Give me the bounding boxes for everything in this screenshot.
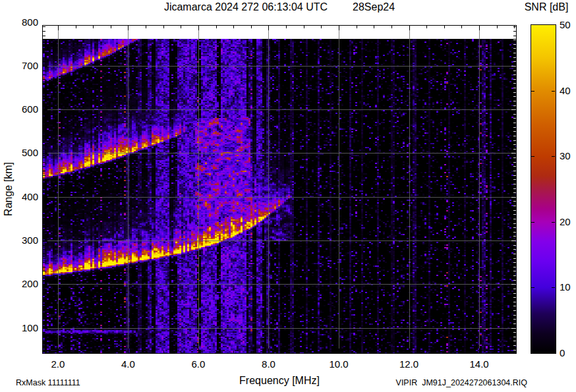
colorbar-tick [531,91,534,92]
footer-filename: VIPIR JM91J_2024272061304.RIQ [303,378,527,387]
colorbar-tick [531,222,534,223]
x-tick-label: 6.0 [184,358,213,370]
colorbar-title: SNR [dB] [519,1,573,13]
y-tick-label: 400 [0,191,38,202]
footer-rxmask: RxMask 11111111 [16,378,80,387]
x-tick-label: 10.0 [324,358,353,370]
y-tick-label: 600 [0,103,38,115]
y-tick-label: 500 [0,147,38,158]
colorbar-tick-label: 30 [560,150,571,161]
x-tick-label: 14.0 [465,358,494,370]
colorbar-tick [531,156,534,157]
plot-title-main: Jicamarca 2024 272 06:13:04 UTC [164,1,328,13]
y-tick-label: 800 [0,16,38,28]
y-tick-label: 100 [0,322,38,333]
colorbar-tick-label: 10 [560,281,571,293]
ionogram-figure: Jicamarca 2024 272 06:13:04 UTC28Sep24 S… [0,0,576,392]
colorbar-tick-label: 50 [560,19,571,30]
colorbar-tick [552,156,555,157]
ionogram-heatmap [42,25,517,354]
plot-title-date: 28Sep24 [353,1,395,13]
x-tick-label: 2.0 [43,358,72,370]
colorbar-tick-label: 40 [560,85,571,96]
y-tick-label: 300 [0,235,38,246]
colorbar-tick [552,287,555,288]
x-tick-label: 12.0 [395,358,424,370]
y-tick-label: 700 [0,60,38,71]
y-tick-label: 200 [0,278,38,289]
colorbar-tick [531,287,534,288]
colorbar-tick-label: 0 [560,347,565,358]
colorbar-tick [552,222,555,223]
plot-title: Jicamarca 2024 272 06:13:04 UTC28Sep24 [42,1,517,13]
colorbar-tick-label: 20 [560,216,571,227]
x-tick-label: 4.0 [113,358,142,370]
colorbar-tick [552,91,555,92]
snr-colorbar [531,24,556,354]
x-tick-label: 8.0 [254,358,283,370]
